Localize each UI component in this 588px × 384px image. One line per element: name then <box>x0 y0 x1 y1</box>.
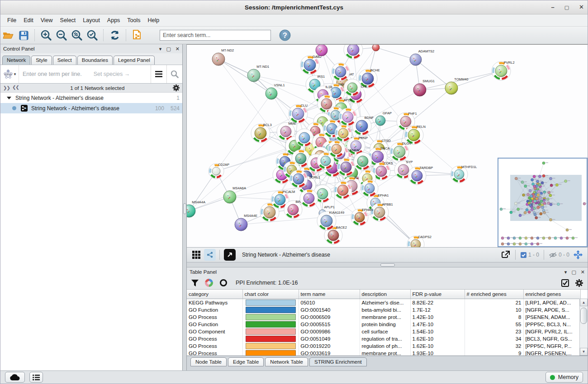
column-header-chart-color[interactable]: chart color <box>242 290 299 299</box>
enrichment-row[interactable]: GO ProcessGO:0006509membrane prot...1.42… <box>187 314 580 321</box>
network-node-SMUG1[interactable]: SMUG1 <box>413 79 435 96</box>
network-node[interactable] <box>316 45 327 56</box>
tab-node-table[interactable]: Node Table <box>190 357 227 366</box>
string-options-button[interactable] <box>151 65 166 83</box>
tab-legend-panel[interactable]: Legend Panel <box>114 56 155 65</box>
birdseye-navigator[interactable] <box>498 158 588 247</box>
close-button[interactable]: ✕ <box>579 3 584 11</box>
string-source-dropdown[interactable]: STRING ▾ <box>0 65 19 83</box>
birdseye-toggle-button[interactable] <box>224 249 236 261</box>
panel-menu-caret-icon[interactable]: ▾ <box>159 46 162 52</box>
enrichment-table[interactable]: categorychart colorterm namedescriptionF… <box>187 289 588 356</box>
enrichment-row[interactable]: GO FunctionGO:0005515protein binding1.47… <box>187 321 580 328</box>
table-float-panel-icon[interactable]: ▢ <box>571 269 576 275</box>
network-node-GFAP[interactable]: GFAP <box>375 111 392 126</box>
menu-item-select[interactable]: Select <box>57 16 79 25</box>
zoom-out-button[interactable] <box>55 28 68 42</box>
network-node-CLU[interactable]: CLU <box>289 103 308 123</box>
collapse-triangle-icon[interactable] <box>7 97 11 99</box>
column-header-term-name[interactable]: term name <box>299 290 360 299</box>
network-node[interactable] <box>337 158 355 176</box>
menu-item-layout[interactable]: Layout <box>80 16 103 25</box>
string-query-input[interactable]: Enter one term per line. Set species → <box>19 71 151 77</box>
tab-edge-table[interactable]: Edge Table <box>228 357 264 366</box>
expand-all-icon[interactable]: ❯❯ <box>13 85 19 90</box>
network-node[interactable] <box>328 140 345 158</box>
grid-view-button[interactable] <box>190 249 202 261</box>
menu-item-apps[interactable]: Apps <box>104 16 123 25</box>
menu-item-file[interactable]: File <box>4 16 19 25</box>
selected-checkbox-icon[interactable] <box>521 252 526 258</box>
network-node-MTHFD1L[interactable]: MTHFD1L <box>450 165 477 183</box>
scroll-down-icon[interactable]: ▼ <box>580 348 588 356</box>
network-node[interactable] <box>344 45 363 59</box>
scrollbar-thumb[interactable] <box>580 308 587 324</box>
share-view-button[interactable] <box>204 249 216 261</box>
refresh-button[interactable] <box>108 28 122 42</box>
menu-item-view[interactable]: View <box>38 16 56 25</box>
network-node[interactable] <box>295 129 313 147</box>
search-input[interactable] <box>160 30 271 41</box>
zoom-fit-button[interactable] <box>70 28 84 42</box>
tab-network[interactable]: Network <box>2 56 30 65</box>
network-node[interactable] <box>372 45 379 51</box>
network-node[interactable] <box>332 63 350 81</box>
network-node[interactable] <box>361 180 378 197</box>
select-rows-checkbox-icon[interactable] <box>561 279 569 287</box>
network-node-PVRL2[interactable]: PVRL2 <box>492 61 515 80</box>
tab-boundaries[interactable]: Boundaries <box>77 56 113 65</box>
menu-item-tools[interactable]: Tools <box>124 16 143 25</box>
network-row-selected[interactable]: String Network - Alzheimer's disease 100… <box>0 103 182 113</box>
enrichment-row[interactable]: GO FunctionGO:0001540beta-amyloid bi...1… <box>187 306 580 314</box>
network-canvas[interactable]: MT-ND2MT-ND1VSNL1GAB2IRS1CHATBCHETNFIL1B… <box>187 44 588 248</box>
network-node-MT-ND1[interactable]: MT-ND1 <box>247 65 269 82</box>
tab-style[interactable]: Style <box>31 56 52 65</box>
network-node-DLG4[interactable]: DLG4 <box>390 141 411 161</box>
save-session-button[interactable] <box>17 28 30 42</box>
network-node-TOMM40[interactable]: TOMM40 <box>445 77 468 94</box>
network-node-CADPS2[interactable]: CADPS2 <box>407 235 432 247</box>
memory-button[interactable]: Memory <box>545 372 583 383</box>
network-node-EPHA5[interactable]: EPHA5 <box>351 208 373 226</box>
menu-item-edit[interactable]: Edit <box>20 16 37 25</box>
cloud-tasks-button[interactable] <box>5 372 25 383</box>
column-header-category[interactable]: category <box>187 290 242 299</box>
chart-color-donut-icon[interactable] <box>205 279 213 287</box>
network-node[interactable] <box>335 125 352 142</box>
network-node[interactable] <box>289 170 308 188</box>
hidden-eye-icon[interactable] <box>549 252 557 258</box>
zoom-selected-button[interactable] <box>85 28 99 42</box>
network-node-GAB2[interactable]: GAB2 <box>300 55 322 75</box>
network-node[interactable] <box>300 189 318 207</box>
export-network-button[interactable] <box>500 249 512 261</box>
table-scrollbar[interactable]: ▲ ▼ <box>579 299 588 356</box>
tab-string-enrichment[interactable]: STRING Enrichment <box>309 357 367 366</box>
table-splitter-handle[interactable] <box>380 263 395 267</box>
network-node-MT-ND2[interactable]: MT-ND2 <box>212 48 234 66</box>
menu-item-help[interactable]: Help <box>145 16 163 25</box>
network-node-CD2AP[interactable]: CD2AP <box>209 163 229 179</box>
splitter-handle[interactable] <box>183 203 186 214</box>
float-panel-icon[interactable]: ▢ <box>166 46 171 52</box>
network-node-APBB1[interactable]: APBB1 <box>370 202 393 221</box>
filter-icon[interactable] <box>191 280 199 286</box>
enrichment-row[interactable]: KEGG Pathways05010Alzheimer's dise...8.8… <box>187 299 580 307</box>
column-header-enriched-genes[interactable]: enriched genes <box>523 290 580 299</box>
enrichment-row[interactable]: GO ProcessGO:0019220regulation of ph...1… <box>187 342 580 350</box>
network-node-BCL3[interactable]: BCL3 <box>251 123 272 143</box>
network-node-VSNL1[interactable]: VSNL1 <box>266 83 285 99</box>
scroll-up-icon[interactable]: ▲ <box>580 299 588 306</box>
open-session-button[interactable] <box>1 28 15 42</box>
collapse-all-icon[interactable]: ❯❯ <box>3 85 10 90</box>
task-history-button[interactable] <box>29 372 43 383</box>
network-node[interactable] <box>334 181 352 199</box>
table-splitter[interactable] <box>187 262 588 267</box>
table-panel-menu-caret-icon[interactable]: ▾ <box>564 269 567 275</box>
column-header-enriched-genes[interactable]: # enriched genes <box>465 290 523 299</box>
tab-network-table[interactable]: Network Table <box>265 357 308 366</box>
import-network-button[interactable] <box>131 28 144 42</box>
network-collection-row[interactable]: String Network - Alzheimer's disease 1 <box>0 93 182 103</box>
enrichment-row[interactable]: GO ComponentGO:0009986cell surface1.54E-… <box>187 328 580 335</box>
network-node-MS4A6A[interactable]: MS4A6A <box>223 186 246 203</box>
table-close-panel-icon[interactable]: ✕ <box>581 269 585 275</box>
